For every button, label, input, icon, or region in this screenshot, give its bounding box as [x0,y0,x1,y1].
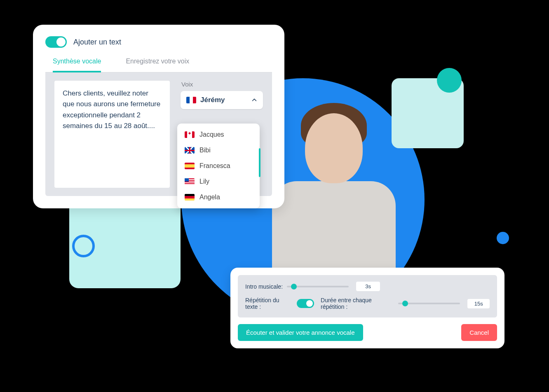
chevron-up-icon [251,97,257,103]
repeat-toggle[interactable] [297,299,314,308]
voice-option-angela[interactable]: Angela [177,189,260,205]
voice-option-label: Angela [199,194,220,201]
gap-label: Durée entre chaque répétition : [321,297,394,310]
decor-dot-teal [437,68,462,93]
flag-es-icon [185,163,195,169]
flag-us-icon [185,178,195,185]
voice-label: Voix [181,81,263,88]
flag-fr-icon [186,97,196,103]
add-text-toggle[interactable] [45,36,67,48]
voice-dropdown: Jacques Bibi Francesca Lily Angela [177,124,260,208]
add-text-label: Ajouter un text [73,38,121,47]
intro-label: Intro musicale: [245,283,283,290]
gap-slider[interactable] [398,303,460,304]
intro-slider[interactable] [287,286,349,287]
voice-option-jacques[interactable]: Jacques [177,127,260,142]
repeat-label: Répétition du texte : [245,297,293,310]
gap-value: 15s [467,299,490,308]
voice-option-francesca[interactable]: Francesca [177,158,260,174]
intro-value: 3s [356,282,380,291]
voice-option-label: Francesca [199,162,230,170]
voice-option-lily[interactable]: Lily [177,174,260,189]
voice-option-label: Bibi [199,147,211,154]
voice-selected-name: Jérémy [200,96,225,104]
message-textarea[interactable]: Chers clients, veuillez noter que nous a… [54,81,170,188]
settings-card: Intro musicale: 3s Répétition du texte :… [230,268,504,348]
voice-option-bibi[interactable]: Bibi [177,142,260,158]
listen-validate-button[interactable]: Écouter et valider votre annonce vocale [238,324,363,341]
tab-tts[interactable]: Synthèse vocale [53,58,101,72]
tabs: Synthèse vocale Enregistrez votre voix [45,58,272,72]
dropdown-scrollbar[interactable] [259,148,260,177]
voice-select[interactable]: Jérémy [181,91,263,109]
flag-ca-icon [185,131,195,138]
voice-option-label: Lily [199,178,209,185]
decor-dot-blue [497,232,509,244]
tab-record[interactable]: Enregistrez votre voix [126,58,189,72]
flag-de-icon [185,194,195,201]
cancel-button[interactable]: Cancel [461,324,497,341]
voice-option-label: Jacques [199,131,224,138]
decor-ring [72,235,95,257]
flag-uk-icon [185,147,195,154]
